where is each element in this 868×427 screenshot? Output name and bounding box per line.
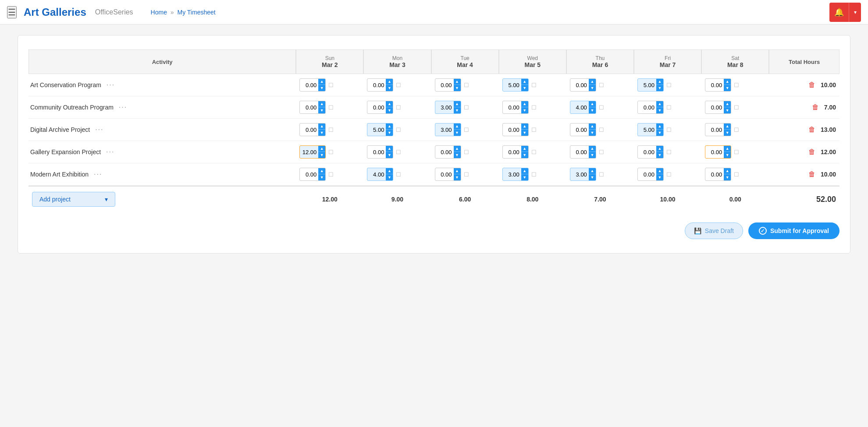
row-options-button-0[interactable]: ··· <box>105 80 117 90</box>
breadcrumb-current[interactable]: My Timesheet <box>178 9 216 16</box>
note-button-1-1[interactable]: ☐ <box>395 104 402 111</box>
spin-up-1-5[interactable]: ▲ <box>656 101 663 107</box>
note-button-0-2[interactable]: ☐ <box>463 82 470 88</box>
spin-up-1-3[interactable]: ▲ <box>521 101 528 107</box>
spin-down-1-4[interactable]: ▼ <box>589 107 596 113</box>
spin-up-1-0[interactable]: ▲ <box>318 101 325 107</box>
hour-input-4-0[interactable] <box>300 169 318 180</box>
note-button-0-0[interactable]: ☐ <box>327 82 334 88</box>
hour-input-3-3[interactable] <box>503 147 521 157</box>
spin-down-3-0[interactable]: ▼ <box>318 152 325 158</box>
hour-input-1-4[interactable] <box>570 102 589 113</box>
hour-input-0-0[interactable] <box>300 80 318 90</box>
note-button-2-3[interactable]: ☐ <box>530 127 537 133</box>
hour-input-3-6[interactable] <box>705 147 724 157</box>
hour-input-0-1[interactable] <box>367 80 386 90</box>
spin-down-3-3[interactable]: ▼ <box>521 152 528 158</box>
spin-down-0-3[interactable]: ▼ <box>521 85 528 91</box>
note-button-2-1[interactable]: ☐ <box>395 127 402 133</box>
spin-up-0-4[interactable]: ▲ <box>589 79 596 85</box>
hour-input-4-5[interactable] <box>638 169 656 180</box>
hour-input-2-5[interactable] <box>638 125 656 135</box>
note-button-4-2[interactable]: ☐ <box>463 171 470 178</box>
spin-up-2-3[interactable]: ▲ <box>521 124 528 130</box>
spin-down-1-1[interactable]: ▼ <box>386 107 393 113</box>
hour-input-1-6[interactable] <box>705 102 724 113</box>
hour-input-1-1[interactable] <box>367 102 386 113</box>
spin-down-1-5[interactable]: ▼ <box>656 107 663 113</box>
note-button-3-4[interactable]: ☐ <box>598 149 605 155</box>
hour-input-0-3[interactable] <box>503 80 521 90</box>
note-button-2-2[interactable]: ☐ <box>463 127 470 133</box>
delete-row-button-4[interactable]: 🗑 <box>807 170 817 178</box>
hour-input-1-3[interactable] <box>503 102 521 113</box>
spin-down-0-0[interactable]: ▼ <box>318 85 325 91</box>
hour-input-0-5[interactable] <box>638 80 656 90</box>
note-button-3-6[interactable]: ☐ <box>733 149 740 155</box>
spin-down-1-0[interactable]: ▼ <box>318 107 325 113</box>
spin-up-2-4[interactable]: ▲ <box>589 124 596 130</box>
note-button-1-0[interactable]: ☐ <box>327 104 334 111</box>
spin-down-0-6[interactable]: ▼ <box>724 85 731 91</box>
spin-up-4-3[interactable]: ▲ <box>521 168 528 174</box>
note-button-0-3[interactable]: ☐ <box>530 82 537 88</box>
note-button-0-4[interactable]: ☐ <box>598 82 605 88</box>
spin-up-3-1[interactable]: ▲ <box>386 146 393 152</box>
spin-down-2-6[interactable]: ▼ <box>724 130 731 136</box>
hour-input-3-2[interactable] <box>435 147 454 157</box>
hour-input-4-6[interactable] <box>705 169 724 180</box>
hour-input-2-6[interactable] <box>705 125 724 135</box>
delete-row-button-2[interactable]: 🗑 <box>807 126 817 134</box>
hour-input-0-2[interactable] <box>435 80 454 90</box>
row-options-button-2[interactable]: ··· <box>93 125 105 134</box>
spin-up-1-2[interactable]: ▲ <box>454 101 461 107</box>
user-menu-dropdown[interactable]: ▾ <box>849 3 861 22</box>
note-button-3-3[interactable]: ☐ <box>530 149 537 155</box>
spin-up-3-3[interactable]: ▲ <box>521 146 528 152</box>
note-button-1-2[interactable]: ☐ <box>463 104 470 111</box>
spin-down-1-6[interactable]: ▼ <box>724 107 731 113</box>
hour-input-2-3[interactable] <box>503 125 521 135</box>
spin-up-3-6[interactable]: ▲ <box>724 146 731 152</box>
spin-down-2-3[interactable]: ▼ <box>521 130 528 136</box>
hour-input-0-6[interactable] <box>705 80 724 90</box>
spin-down-2-0[interactable]: ▼ <box>318 130 325 136</box>
spin-up-3-4[interactable]: ▲ <box>589 146 596 152</box>
note-button-4-5[interactable]: ☐ <box>665 171 672 178</box>
spin-down-4-5[interactable]: ▼ <box>656 174 663 180</box>
hour-input-4-1[interactable] <box>367 169 386 180</box>
note-button-1-6[interactable]: ☐ <box>733 104 740 111</box>
note-button-2-0[interactable]: ☐ <box>327 127 334 133</box>
spin-up-4-1[interactable]: ▲ <box>386 168 393 174</box>
spin-up-4-6[interactable]: ▲ <box>724 168 731 174</box>
spin-down-3-5[interactable]: ▼ <box>656 152 663 158</box>
note-button-4-3[interactable]: ☐ <box>530 171 537 178</box>
spin-up-0-3[interactable]: ▲ <box>521 79 528 85</box>
spin-down-4-1[interactable]: ▼ <box>386 174 393 180</box>
spin-down-2-5[interactable]: ▼ <box>656 130 663 136</box>
spin-up-4-5[interactable]: ▲ <box>656 168 663 174</box>
spin-down-4-0[interactable]: ▼ <box>318 174 325 180</box>
note-button-0-1[interactable]: ☐ <box>395 82 402 88</box>
row-options-button-3[interactable]: ··· <box>104 147 116 157</box>
note-button-1-5[interactable]: ☐ <box>665 104 672 111</box>
spin-up-3-0[interactable]: ▲ <box>318 146 325 152</box>
spin-down-3-6[interactable]: ▼ <box>724 152 731 158</box>
note-button-0-6[interactable]: ☐ <box>733 82 740 88</box>
spin-up-3-2[interactable]: ▲ <box>454 146 461 152</box>
note-button-2-4[interactable]: ☐ <box>598 127 605 133</box>
spin-down-2-1[interactable]: ▼ <box>386 130 393 136</box>
spin-down-1-2[interactable]: ▼ <box>454 107 461 113</box>
spin-up-2-6[interactable]: ▲ <box>724 124 731 130</box>
note-button-4-0[interactable]: ☐ <box>327 171 334 178</box>
hour-input-4-4[interactable] <box>570 169 589 180</box>
spin-down-0-2[interactable]: ▼ <box>454 85 461 91</box>
hour-input-0-4[interactable] <box>570 80 589 90</box>
spin-down-2-2[interactable]: ▼ <box>454 130 461 136</box>
hour-input-1-0[interactable] <box>300 102 318 113</box>
note-button-3-5[interactable]: ☐ <box>665 149 672 155</box>
notifications-bell[interactable]: 🔔 <box>829 3 849 22</box>
spin-up-2-2[interactable]: ▲ <box>454 124 461 130</box>
hour-input-4-3[interactable] <box>503 169 521 180</box>
note-button-4-1[interactable]: ☐ <box>395 171 402 178</box>
